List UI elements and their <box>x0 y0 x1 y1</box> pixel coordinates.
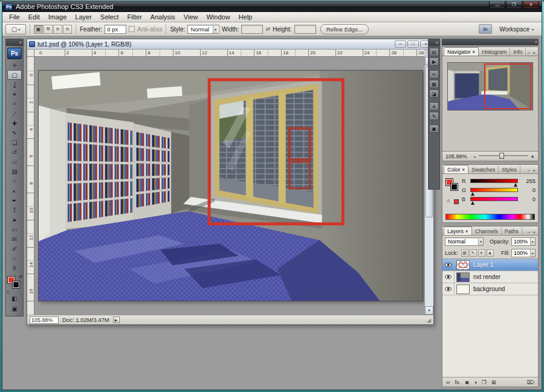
subtract-from-selection-icon[interactable]: ⧄ <box>53 25 62 34</box>
hand-tool[interactable]: ☞ <box>7 254 22 263</box>
swap-colors-icon[interactable]: ⇄ <box>19 274 22 279</box>
tab-histogram[interactable]: Histogram <box>479 48 510 56</box>
gamut-color-chip[interactable] <box>454 199 459 204</box>
brush-tool[interactable]: ✎ <box>7 128 22 138</box>
visibility-cell[interactable] <box>442 283 455 295</box>
titlebar[interactable]: Ps Adobe Photoshop CS3 Extended — ❐ ✕ <box>2 1 542 12</box>
zoom-tool[interactable]: ⚲ <box>7 263 22 273</box>
move-tool[interactable]: ✛ <box>7 60 22 70</box>
screen-mode-button[interactable]: ▣ <box>7 304 22 313</box>
tab-navigator[interactable]: Navigator × <box>444 47 479 56</box>
add-to-selection-icon[interactable]: ⧉ <box>44 25 53 34</box>
tab-styles[interactable]: Styles <box>499 165 520 173</box>
lasso-tool[interactable]: ʆ <box>7 80 22 89</box>
delete-layer-icon[interactable]: ⌦ <box>526 379 534 385</box>
grid-panel-icon[interactable]: ▤ <box>429 48 439 56</box>
workspace-menu-button[interactable]: Workspace ▾ <box>497 25 536 34</box>
document-titlebar[interactable]: tut1.psd @ 106% (Layer 1, RGB/8) − □ × <box>27 39 433 50</box>
slice-tool[interactable]: ∕ <box>7 109 22 118</box>
magic-wand-tool[interactable]: ✶ <box>7 89 22 99</box>
menu-select[interactable]: Select <box>96 13 123 21</box>
layer-row[interactable]: nxt render <box>442 271 538 283</box>
panel-minimize-icon[interactable]: − <box>526 168 532 173</box>
intersect-selection-icon[interactable]: ⧅ <box>63 25 72 34</box>
visibility-eye-icon[interactable] <box>445 275 452 279</box>
resize-grip-icon[interactable]: ◢ <box>427 317 431 323</box>
document-maximize-button[interactable]: □ <box>407 40 419 48</box>
menu-view[interactable]: View <box>180 13 202 21</box>
canvas-area[interactable] <box>34 57 424 315</box>
slider-thumb-icon[interactable] <box>471 201 474 205</box>
panel-close-icon[interactable]: × <box>531 230 537 235</box>
path-selection-tool[interactable]: ➤ <box>7 215 22 225</box>
opacity-input[interactable]: 100% ▸ <box>511 237 536 246</box>
type-tool[interactable]: T <box>7 205 22 215</box>
close-button[interactable]: ✕ <box>523 1 539 9</box>
new-layer-icon[interactable]: ⊞ <box>491 379 496 385</box>
visibility-eye-icon[interactable] <box>445 287 452 291</box>
crop-tool[interactable]: ⌗ <box>7 99 22 109</box>
link-layers-icon[interactable]: ∞ <box>446 379 450 385</box>
clone-stamp-tool[interactable]: ❏ <box>7 138 22 147</box>
swap-dimensions-icon[interactable]: ⇄ <box>265 26 270 32</box>
layer-group-icon[interactable]: ❐ <box>482 379 487 385</box>
navigator-view-box[interactable] <box>484 63 531 109</box>
lock-position-icon[interactable]: ✛ <box>478 249 485 257</box>
gamut-warning-icon[interactable]: ⚠ <box>446 198 450 204</box>
panel-box-icon[interactable]: ▣ <box>429 124 439 133</box>
panel-minimize-icon[interactable]: − <box>526 50 532 56</box>
maximize-button[interactable]: ❐ <box>506 1 522 9</box>
layer-row[interactable]: Layer 1 <box>442 259 538 271</box>
menu-file[interactable]: File <box>5 13 24 21</box>
menu-layer[interactable]: Layer <box>71 13 96 21</box>
pen-tool[interactable]: ✒ <box>7 196 22 205</box>
style-select[interactable]: Normal ▾ <box>187 25 219 34</box>
zoom-slider-thumb[interactable] <box>499 153 504 159</box>
tab-layers[interactable]: Layers × <box>444 227 472 235</box>
lock-pixels-icon[interactable]: ✎ <box>470 249 477 257</box>
menu-help[interactable]: Help <box>235 13 257 21</box>
healing-brush-tool[interactable]: ✚ <box>7 118 22 128</box>
scroll-down-icon[interactable]: ▼ <box>425 306 433 315</box>
menu-window[interactable]: Window <box>202 13 234 21</box>
new-selection-icon[interactable]: ▣ <box>34 25 43 34</box>
navigator-thumbnail[interactable] <box>447 62 533 111</box>
feather-input[interactable]: 0 px <box>105 25 126 34</box>
dodge-tool[interactable]: ◐ <box>7 186 22 196</box>
layer-row[interactable]: background <box>442 283 538 295</box>
canvas-image[interactable] <box>39 71 423 301</box>
navigator-preview[interactable] <box>442 56 538 151</box>
navigator-zoom-value[interactable]: 105.88% <box>445 153 471 159</box>
swatch-panel-icon[interactable]: ▦ <box>429 80 439 88</box>
antialias-checkbox[interactable] <box>129 26 135 32</box>
slider-thumb-icon[interactable] <box>514 183 517 187</box>
fill-input[interactable]: 100% ▸ <box>511 249 536 257</box>
layer-mask-icon[interactable]: ◙ <box>465 379 468 385</box>
scissors-icon[interactable]: ✂ <box>429 70 439 79</box>
play-actions-panel-icon[interactable]: ▶ <box>429 57 439 66</box>
layer-style-icon[interactable]: fx. <box>455 379 461 385</box>
visibility-cell[interactable] <box>442 271 455 283</box>
panel-close-icon[interactable]: × <box>531 50 537 56</box>
color-spectrum-ramp[interactable] <box>445 214 535 220</box>
r-channel-slider[interactable] <box>470 179 518 183</box>
status-flyout-button[interactable]: ▶ <box>113 316 120 323</box>
eyedropper-tool[interactable]: ✐ <box>7 244 22 254</box>
blur-tool[interactable]: ○ <box>7 176 22 186</box>
adjustment-layer-icon[interactable]: ◑ <box>473 379 476 385</box>
document-minimize-button[interactable]: − <box>395 40 406 48</box>
go-to-bridge-button[interactable]: Br <box>479 24 492 34</box>
status-zoom-input[interactable]: 105.88% <box>30 316 59 324</box>
eraser-tool[interactable]: ▱ <box>7 157 22 167</box>
mask-panel-icon[interactable]: ◪ <box>429 89 439 98</box>
b-channel-slider[interactable] <box>470 197 518 201</box>
zoom-in-mountain-icon[interactable]: ▲ <box>530 153 535 159</box>
lock-transparency-icon[interactable]: ▨ <box>461 249 468 257</box>
visibility-cell[interactable] <box>442 259 455 271</box>
g-channel-slider[interactable] <box>470 188 518 192</box>
tool-preset-picker[interactable]: ▢ ▾ <box>5 24 26 34</box>
tab-paths[interactable]: Paths <box>502 227 522 235</box>
toolbox-ps-logo[interactable]: Ps <box>7 48 22 59</box>
navigator-zoom-slider[interactable] <box>479 155 528 157</box>
rectangular-marquee-tool[interactable]: ▢ <box>7 70 22 80</box>
